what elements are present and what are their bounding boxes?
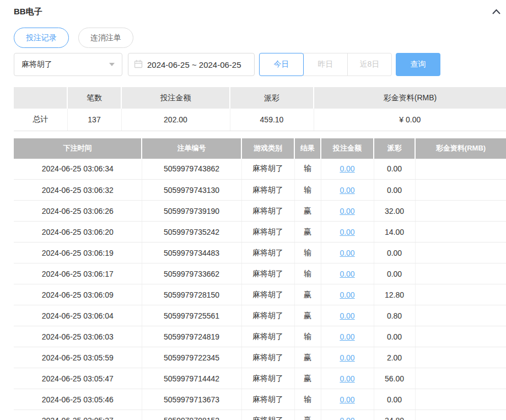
bet-amount-cell: 0.00 (321, 389, 374, 410)
order-id-cell: 5059979714442 (142, 368, 241, 389)
bet-amount-link[interactable]: 0.00 (340, 249, 354, 257)
bet-time-cell: 2024-06-25 03:06:34 (14, 159, 142, 180)
date-range-value: 2024-06-25 ~ 2024-06-25 (147, 60, 241, 69)
bonus-cell (415, 201, 506, 222)
table-row: 2024-06-25 03:05:465059979713673麻将胡了输0.0… (14, 389, 506, 410)
payout-cell: 2.00 (374, 347, 415, 368)
result-cell: 赢 (294, 222, 321, 243)
bet-amount-link[interactable]: 0.00 (340, 311, 354, 320)
order-id-cell: 5059979722345 (142, 347, 241, 368)
bet-time-cell: 2024-06-25 03:06:20 (14, 222, 142, 243)
table-row: 2024-06-25 03:06:325059979743130麻将胡了输0.0… (14, 180, 506, 201)
records-table-body: 2024-06-25 03:06:345059979743862麻将胡了输0.0… (14, 159, 506, 420)
payout-cell: 34.80 (374, 410, 415, 420)
order-id-cell: 5059979743130 (142, 180, 241, 201)
bet-amount-link[interactable]: 0.00 (340, 270, 354, 278)
bet-amount-link[interactable]: 0.00 (340, 416, 354, 420)
summary-table-header: 笔数 投注金额 派彩 彩金资料(RMB) (14, 87, 506, 109)
tab-bet-records[interactable]: 投注记录 (14, 28, 69, 48)
table-row: 2024-06-25 03:06:265059979739190麻将胡了赢0.0… (14, 201, 506, 222)
result-cell: 输 (294, 389, 321, 410)
bet-time-cell: 2024-06-25 03:06:32 (14, 180, 142, 201)
bonus-cell (415, 284, 506, 305)
total-label: 总计 (14, 109, 67, 131)
bonus-cell (415, 159, 506, 180)
result-cell: 输 (294, 326, 321, 347)
bet-amount-link[interactable]: 0.00 (340, 395, 354, 404)
order-id-cell: 5059979739190 (142, 201, 241, 222)
tab-cancelled-orders[interactable]: 连消注单 (78, 28, 133, 48)
table-row: 2024-06-25 03:06:175059979733662麻将胡了输0.0… (14, 263, 506, 284)
quick-range-yesterday[interactable]: 昨日 (303, 53, 348, 76)
bet-amount-link[interactable]: 0.00 (340, 290, 354, 299)
bet-amount-link[interactable]: 0.00 (340, 374, 354, 383)
result-cell: 赢 (294, 284, 321, 305)
order-id-cell: 5059979725561 (142, 305, 241, 326)
bet-amount-cell: 0.00 (321, 201, 374, 222)
table-row: 2024-06-25 03:06:045059979725561麻将胡了赢0.0… (14, 305, 506, 326)
game-type-cell: 麻将胡了 (241, 180, 294, 201)
records-header-bet-time: 下注时间 (14, 138, 142, 159)
bonus-cell (415, 368, 506, 389)
bet-amount-cell: 0.00 (321, 305, 374, 326)
game-type-cell: 麻将胡了 (241, 389, 294, 410)
game-type-cell: 麻将胡了 (241, 159, 294, 180)
records-table: 下注时间 注单编号 游戏类别 结果 投注金额 派彩 彩金资料(RMB) 2024… (14, 138, 506, 420)
quick-range-today[interactable]: 今日 (259, 53, 304, 76)
bonus-cell (415, 222, 506, 243)
table-row: 2024-06-25 03:06:095059979728150麻将胡了赢0.0… (14, 284, 506, 305)
result-cell: 输 (294, 159, 321, 180)
game-select[interactable]: 麻将胡了 (14, 53, 122, 76)
total-bonus: ¥ 0.00 (314, 109, 506, 131)
result-cell: 赢 (294, 305, 321, 326)
bonus-cell (415, 410, 506, 420)
bonus-cell (415, 263, 506, 284)
bet-amount-cell: 0.00 (321, 347, 374, 368)
bet-amount-cell: 0.00 (321, 180, 374, 201)
order-id-cell: 5059979728150 (142, 284, 241, 305)
records-header-game-type: 游戏类别 (241, 138, 294, 159)
bet-amount-cell: 0.00 (321, 263, 374, 284)
order-id-cell: 5059979734483 (142, 243, 241, 263)
bet-amount-cell: 0.00 (321, 410, 374, 420)
bonus-cell (415, 326, 506, 347)
game-type-cell: 麻将胡了 (241, 410, 294, 420)
summary-header-payout: 派彩 (230, 87, 314, 109)
summary-header-count: 笔数 (67, 87, 121, 109)
order-id-cell: 5059979724819 (142, 326, 241, 347)
bet-time-cell: 2024-06-25 03:05:46 (14, 389, 142, 410)
payout-cell: 0.80 (374, 305, 415, 326)
payout-cell: 12.80 (374, 284, 415, 305)
result-cell: 赢 (294, 347, 321, 368)
bet-amount-cell: 0.00 (321, 284, 374, 305)
table-row: 2024-06-25 03:06:205059979735242麻将胡了赢0.0… (14, 222, 506, 243)
bonus-cell (415, 347, 506, 368)
records-header-result: 结果 (294, 138, 321, 159)
game-select-value: 麻将胡了 (21, 60, 52, 69)
result-cell: 赢 (294, 201, 321, 222)
game-type-cell: 麻将胡了 (241, 201, 294, 222)
bet-amount-link[interactable]: 0.00 (340, 332, 354, 341)
query-button[interactable]: 查询 (396, 53, 440, 76)
bet-time-cell: 2024-06-25 03:06:17 (14, 263, 142, 284)
bet-amount-link[interactable]: 0.00 (340, 164, 354, 173)
bet-time-cell: 2024-06-25 03:06:09 (14, 284, 142, 305)
bet-amount-link[interactable]: 0.00 (340, 207, 354, 216)
collapse-button[interactable] (492, 8, 501, 15)
bet-amount-cell: 0.00 (321, 222, 374, 243)
total-bet-amount: 202.00 (121, 109, 230, 131)
summary-header-bet-amount: 投注金额 (121, 87, 230, 109)
bet-amount-link[interactable]: 0.00 (340, 228, 354, 236)
bet-amount-link[interactable]: 0.00 (340, 186, 354, 195)
quick-range-last8days[interactable]: 近8日 (347, 53, 392, 76)
payout-cell: 32.00 (374, 201, 415, 222)
result-cell: 赢 (294, 410, 321, 420)
bet-amount-link[interactable]: 0.00 (340, 353, 354, 362)
date-range-input[interactable]: 2024-06-25 ~ 2024-06-25 (128, 53, 255, 76)
total-count: 137 (67, 109, 121, 131)
panel-bb-electronic: BB电子 投注记录 连消注单 麻将胡了 2024-06-25 ~ 20 (0, 0, 506, 420)
summary-total-row: 总计 137 202.00 459.10 ¥ 0.00 (14, 109, 506, 131)
game-type-cell: 麻将胡了 (241, 347, 294, 368)
game-type-cell: 麻将胡了 (241, 284, 294, 305)
panel-header: BB电子 (14, 6, 506, 18)
